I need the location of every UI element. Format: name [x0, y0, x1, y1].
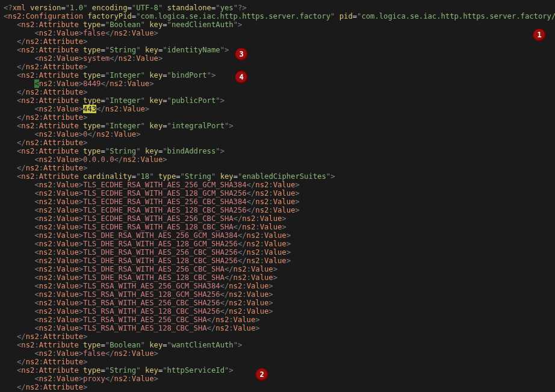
code-line: <ns2:Attribute type="Boolean" key="needC… [4, 20, 551, 29]
code-line: <ns2:Value>443</ns2:Value> [4, 105, 551, 113]
value-tag: Value [57, 29, 79, 37]
value-text: TLS_RSA_WITH_AES_256_CBC_SHA [83, 316, 206, 324]
cursor-position: < [34, 79, 39, 88]
code-line: <ns2:Attribute type="String" key="identi… [4, 46, 551, 54]
attr-name: type [83, 96, 101, 105]
attr-name: encoding [92, 4, 128, 12]
attribute-tag: Attribute [39, 366, 79, 375]
value-text: system [83, 54, 110, 63]
code-line: <ns2:Value>TLS_ECDHE_RSA_WITH_AES_256_GC… [4, 181, 551, 189]
attr-name: key [149, 20, 163, 29]
value-tag: Value [57, 181, 79, 189]
attr-value: com.logica.se.iac.http.https.server.fact… [361, 12, 555, 20]
attr-value: Boolean [110, 341, 140, 349]
attr-value: String [185, 172, 211, 181]
attr-value: needClientAuth [172, 20, 234, 29]
value-tag: Value [57, 189, 79, 198]
attr-value: com.logica.se.iac.http.https.server.fact… [141, 12, 331, 20]
attribute-tag: Attribute [39, 46, 79, 54]
attr-value: Integer [110, 122, 140, 130]
code-line: <ns2:Value>false</ns2:Value> [4, 29, 551, 37]
code-line: <ns2:Value>TLS_RSA_WITH_AES_256_GCM_SHA3… [4, 282, 551, 290]
configuration-tag: ns2:Configuration [8, 12, 83, 20]
value-tag: Value [57, 206, 79, 214]
punct: ?> [238, 4, 247, 12]
value-tag: Value [57, 54, 79, 63]
code-line: <ns2:Value>TLS_DHE_RSA_WITH_AES_128_CBC_… [4, 273, 551, 282]
attr-value: String [110, 46, 136, 54]
code-line: </ns2:Attribute> [4, 63, 551, 71]
xml-decl: xml [13, 4, 26, 12]
attr-value: Boolean [110, 20, 140, 29]
code-line: <ns2:Value>TLS_RSA_WITH_AES_256_CBC_SHA2… [4, 299, 551, 307]
value-text: TLS_RSA_WITH_AES_128_CBC_SHA [83, 324, 206, 332]
attr-value: 1.0 [70, 4, 83, 12]
value-text: TLS_RSA_WITH_AES_256_CBC_SHA256 [83, 299, 220, 307]
code-line: <ns2:Value>false</ns2:Value> [4, 349, 551, 358]
attribute-tag: Attribute [39, 122, 79, 130]
value-text: 0.0.0.0 [83, 155, 114, 164]
value-text: TLS_ECDHE_RSA_WITH_AES_128_GCM_SHA256 [83, 189, 247, 198]
attr-value: Integer [110, 96, 140, 105]
value-tag: Value [57, 214, 79, 223]
attr-name: type [83, 341, 101, 349]
code-line: <ns2:Value>TLS_RSA_WITH_AES_128_GCM_SHA2… [4, 290, 551, 299]
code-line: <ns2:Attribute type="String" key="bindAd… [4, 147, 551, 155]
attribute-tag: Attribute [39, 71, 79, 79]
attr-name: key [149, 96, 163, 105]
code-line: <ns2:Value>0</ns2:Value> [4, 130, 551, 138]
attr-value: bindAddress [167, 147, 216, 155]
code-line: <ns2:Value>TLS_RSA_WITH_AES_256_CBC_SHA<… [4, 316, 551, 324]
attr-name: key [145, 366, 158, 375]
attr-name: type [83, 46, 101, 54]
attribute-tag: Attribute [39, 341, 79, 349]
value-text: TLS_RSA_WITH_AES_128_GCM_SHA256 [83, 290, 220, 299]
value-text: TLS_ECDHE_RSA_WITH_AES_128_CBC_SHA [83, 223, 233, 231]
value-text: TLS_DHE_RSA_WITH_AES_128_CBC_SHA [83, 273, 225, 282]
value-tag: Value [57, 198, 79, 206]
value-text: 8449 [83, 79, 101, 88]
attr-value: wantClientAuth [172, 341, 234, 349]
value-tag: Value [57, 299, 79, 307]
value-tag: Value [57, 316, 79, 324]
value-tag: Value [57, 231, 79, 240]
code-line: <ns2:Value>system</ns2:Value> [4, 54, 551, 63]
code-editor[interactable]: <?xml version="1.0" encoding="UTF-8" sta… [0, 0, 555, 392]
value-text: TLS_DHE_RSA_WITH_AES_256_CBC_SHA256 [83, 248, 238, 257]
attr-name: version [30, 4, 61, 12]
value-tag: Value [57, 248, 79, 257]
code-line: <?xml version="1.0" encoding="UTF-8" sta… [4, 4, 551, 12]
code-line: </ns2:Attribute> [4, 37, 551, 46]
value-tag: Value [57, 223, 79, 231]
attr-name: key [220, 172, 234, 181]
value-text: TLS_ECDHE_RSA_WITH_AES_256_CBC_SHA384 [83, 198, 247, 206]
code-line: <ns2:Configuration factoryPid="com.logic… [4, 12, 551, 20]
attr-name: factoryPid [87, 12, 131, 20]
value-tag: Value [57, 79, 79, 88]
attr-name: key [145, 46, 158, 54]
code-line: <ns2:Value>TLS_DHE_RSA_WITH_AES_256_CBC_… [4, 265, 551, 273]
attr-name: standalone [167, 4, 211, 12]
value-text: TLS_DHE_RSA_WITH_AES_128_GCM_SHA256 [83, 240, 238, 248]
attr-name: type [158, 172, 176, 181]
value-tag: Value [57, 240, 79, 248]
attr-name: cardinality [83, 172, 132, 181]
attribute-tag: Attribute [39, 172, 79, 181]
attr-value: String [110, 366, 136, 375]
code-line: </ns2:Attribute> [4, 164, 551, 172]
code-line: </ns2:Attribute> [4, 113, 551, 122]
code-line: <ns2:Value>TLS_DHE_RSA_WITH_AES_128_GCM_… [4, 240, 551, 248]
attr-name: key [149, 341, 163, 349]
code-line: </ns2:Attribute> [4, 332, 551, 341]
annotation-badge-4: 4 [235, 71, 247, 83]
code-line: <ns2:Value>TLS_RSA_WITH_AES_128_CBC_SHA2… [4, 307, 551, 316]
value-tag: Value [57, 290, 79, 299]
attr-name: pid [340, 12, 353, 20]
attr-name: key [149, 71, 163, 79]
code-line: </ns2:Attribute> [4, 88, 551, 96]
code-line: <ns2:Value>TLS_DHE_RSA_WITH_AES_128_CBC_… [4, 257, 551, 265]
value-text: TLS_DHE_RSA_WITH_AES_256_GCM_SHA384 [83, 231, 238, 240]
attr-value: identityName [167, 46, 220, 54]
value-text: TLS_ECDHE_RSA_WITH_AES_128_CBC_SHA256 [83, 206, 247, 214]
value-tag: Value [57, 155, 79, 164]
